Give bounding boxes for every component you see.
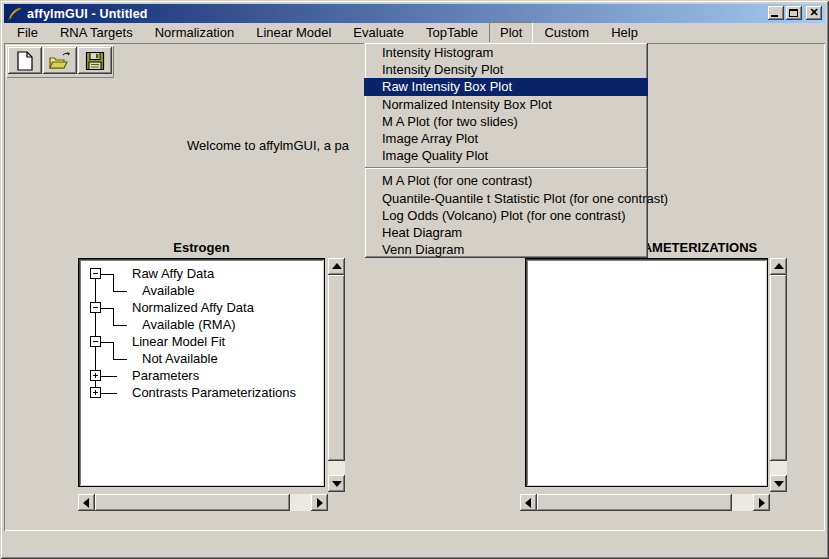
menu-help[interactable]: Help [600, 22, 649, 44]
tree-item-raw-affy-data[interactable]: Raw Affy Data [132, 266, 214, 281]
scroll-left-button[interactable] [520, 494, 537, 511]
scroll-up-button[interactable] [770, 258, 787, 275]
tree-connector-line [113, 274, 114, 291]
scroll-thumb[interactable] [537, 494, 732, 511]
scroll-up-button[interactable] [328, 258, 345, 275]
new-file-button[interactable] [8, 47, 42, 74]
left-horizontal-scrollbar[interactable] [78, 494, 328, 511]
maximize-button[interactable] [786, 6, 802, 20]
menu-plot[interactable]: Plot [489, 22, 533, 44]
tree-item-normalized-affy-data[interactable]: Normalized Affy Data [132, 300, 254, 315]
arrow-down-icon [332, 481, 342, 487]
app-window: affylmGUI - Untitled ✕ FileRNA TargetsNo… [0, 0, 829, 559]
arrow-left-icon [83, 498, 89, 508]
save-file-button[interactable] [78, 47, 112, 74]
arrow-right-icon [317, 498, 323, 508]
menu-item-heat-diagram[interactable]: Heat Diagram [364, 224, 648, 241]
tree-item-available-rma-[interactable]: Available (RMA) [142, 317, 236, 332]
status-tree-listbox[interactable]: Raw Affy DataAvailableNormalized Affy Da… [78, 258, 325, 487]
minimize-button[interactable] [768, 6, 784, 20]
tree-item-linear-model-fit[interactable]: Linear Model Fit [132, 334, 225, 349]
arrow-left-icon [525, 498, 531, 508]
tree-connector-line [113, 342, 114, 359]
menu-custom[interactable]: Custom [533, 22, 600, 44]
menu-rna-targets[interactable]: RNA Targets [49, 22, 144, 44]
tree-item-parameters[interactable]: Parameters [132, 368, 199, 383]
tree-item-available[interactable]: Available [142, 283, 195, 298]
collapse-toggle-icon[interactable] [90, 302, 101, 313]
expand-toggle-icon[interactable] [90, 387, 101, 398]
toolbar [6, 45, 114, 78]
menu-toptable[interactable]: TopTable [415, 22, 489, 44]
contrasts-listbox[interactable] [525, 258, 768, 487]
tree-item-contrasts-parameterizations[interactable]: Contrasts Parameterizations [132, 385, 296, 400]
scroll-thumb[interactable] [328, 275, 345, 461]
menu-item-intensity-density-plot[interactable]: Intensity Density Plot [364, 61, 648, 78]
open-folder-icon [48, 51, 72, 71]
menu-separator [365, 167, 647, 169]
tree-connector-line [113, 325, 127, 326]
collapse-toggle-icon[interactable] [90, 268, 101, 279]
scroll-right-button[interactable] [753, 494, 770, 511]
close-button[interactable]: ✕ [806, 6, 822, 20]
arrow-up-icon [774, 263, 784, 269]
open-file-button[interactable] [43, 47, 77, 74]
right-vertical-scrollbar[interactable] [770, 258, 787, 492]
feather-icon [7, 7, 23, 21]
right-horizontal-scrollbar[interactable] [520, 494, 770, 511]
left-vertical-scrollbar[interactable] [328, 258, 345, 492]
scroll-right-button[interactable] [311, 494, 328, 511]
menu-item-raw-intensity-box-plot[interactable]: Raw Intensity Box Plot [364, 78, 648, 95]
arrow-down-icon [774, 481, 784, 487]
scroll-thumb[interactable] [770, 275, 787, 461]
menu-item-image-quality-plot[interactable]: Image Quality Plot [364, 147, 648, 164]
menu-file[interactable]: File [6, 22, 49, 44]
window-title: affylmGUI - Untitled [27, 7, 148, 21]
menu-item-m-a-plot-for-two-slides-[interactable]: M A Plot (for two slides) [364, 113, 648, 130]
expand-toggle-icon[interactable] [90, 370, 101, 381]
welcome-text: Welcome to affylmGUI, a pa [187, 138, 349, 153]
tree-connector-line [113, 291, 127, 292]
status-tree: Raw Affy DataAvailableNormalized Affy Da… [82, 262, 321, 483]
collapse-toggle-icon[interactable] [90, 336, 101, 347]
scroll-left-button[interactable] [78, 494, 95, 511]
menubar: FileRNA TargetsNormalizationLinear Model… [4, 23, 825, 43]
titlebar[interactable]: affylmGUI - Untitled ✕ [4, 4, 825, 23]
menu-item-m-a-plot-for-one-contrast-[interactable]: M A Plot (for one contrast) [364, 172, 648, 189]
plot-menu-popup: Intensity HistogramIntensity Density Plo… [364, 42, 648, 258]
menu-item-log-odds-volcano-plot-for-one-contrast-[interactable]: Log Odds (Volcano) Plot (for one contras… [364, 207, 648, 224]
scroll-down-button[interactable] [770, 475, 787, 492]
new-document-icon [16, 51, 34, 71]
scroll-thumb[interactable] [95, 494, 290, 511]
left-panel-header: Estrogen [78, 240, 325, 255]
save-floppy-icon [85, 51, 105, 71]
arrow-right-icon [759, 498, 765, 508]
menu-linear-model[interactable]: Linear Model [245, 22, 342, 44]
arrow-up-icon [332, 263, 342, 269]
menu-item-quantile-quantile-t-statistic-plot-for-one-contrast-[interactable]: Quantile-Quantile t Statistic Plot (for … [364, 190, 648, 207]
maximize-icon [789, 9, 798, 17]
menu-item-intensity-histogram[interactable]: Intensity Histogram [364, 44, 648, 61]
scroll-down-button[interactable] [328, 475, 345, 492]
tree-connector-line [113, 308, 114, 325]
minimize-icon [771, 15, 778, 17]
tree-connector-line [101, 393, 117, 394]
tree-connector-line [113, 359, 127, 360]
menu-item-image-array-plot[interactable]: Image Array Plot [364, 130, 648, 147]
menu-item-normalized-intensity-box-plot[interactable]: Normalized Intensity Box Plot [364, 96, 648, 113]
close-icon: ✕ [806, 6, 822, 20]
tree-item-not-available[interactable]: Not Available [142, 351, 218, 366]
menu-normalization[interactable]: Normalization [144, 22, 245, 44]
menu-item-venn-diagram[interactable]: Venn Diagram [364, 241, 648, 258]
menu-evaluate[interactable]: Evaluate [342, 22, 415, 44]
tree-connector-line [101, 376, 117, 377]
